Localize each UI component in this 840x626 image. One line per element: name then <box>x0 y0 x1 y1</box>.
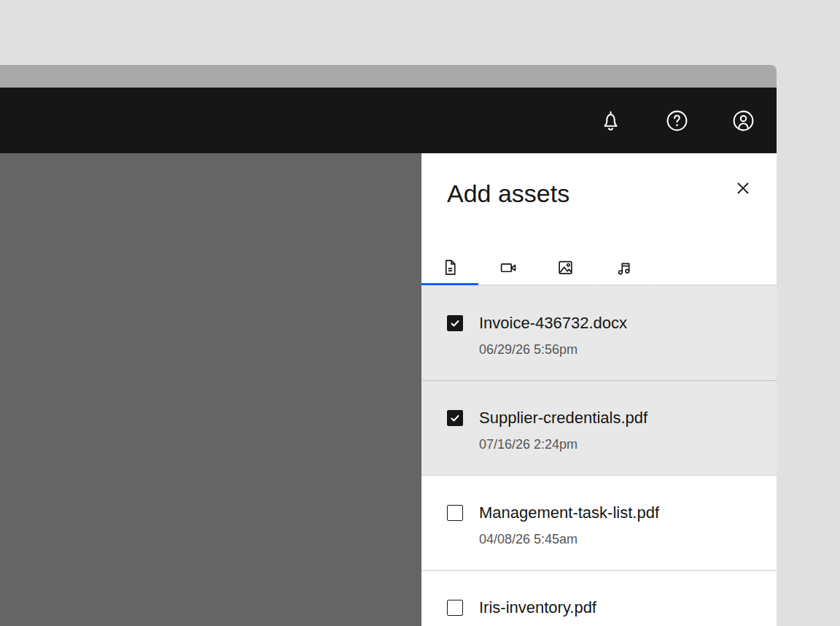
asset-meta: Supplier-credentials.pdf 07/16/26 2:24pm <box>479 409 648 475</box>
tab-documents[interactable] <box>421 252 478 285</box>
asset-meta: Invoice-436732.docx 06/29/26 5:56pm <box>479 314 627 380</box>
panel-header: Add assets <box>421 153 777 252</box>
app-header <box>0 88 777 153</box>
music-note-icon <box>614 258 632 277</box>
asset-date: 07/16/26 2:24pm <box>479 436 648 452</box>
app-window: Add assets <box>0 65 777 626</box>
close-button[interactable] <box>734 179 752 197</box>
asset-row[interactable]: Supplier-credentials.pdf 07/16/26 2:24pm <box>421 380 777 475</box>
add-assets-panel: Add assets <box>421 153 777 626</box>
asset-meta: Iris-inventory.pdf <box>479 599 596 626</box>
asset-date: 04/08/26 5:45am <box>479 531 659 547</box>
asset-name: Invoice-436732.docx <box>479 314 627 332</box>
image-icon <box>556 258 575 277</box>
asset-row[interactable]: Management-task-list.pdf 04/08/26 5:45am <box>421 475 777 570</box>
asset-row[interactable]: Iris-inventory.pdf <box>421 570 777 626</box>
header-actions <box>599 109 755 133</box>
tab-video[interactable] <box>479 252 536 285</box>
help-icon <box>665 109 689 133</box>
user-avatar-icon <box>731 109 755 133</box>
window-body: Add assets <box>0 153 777 626</box>
tab-audio[interactable] <box>594 252 651 285</box>
browser-titlebar <box>0 65 777 88</box>
checkbox-unchecked[interactable] <box>447 600 463 616</box>
account-button[interactable] <box>731 109 755 133</box>
checkbox-checked[interactable] <box>447 410 463 426</box>
notifications-button[interactable] <box>599 109 623 133</box>
tab-images[interactable] <box>537 252 594 285</box>
asset-row[interactable]: Invoice-436732.docx 06/29/26 5:56pm <box>421 285 777 380</box>
asset-name: Iris-inventory.pdf <box>479 599 596 617</box>
asset-list: Invoice-436732.docx 06/29/26 5:56pm Supp… <box>421 285 777 626</box>
tabs-filler <box>652 252 777 285</box>
video-camera-icon <box>499 258 517 277</box>
page-backdrop <box>0 153 421 626</box>
asset-name: Supplier-credentials.pdf <box>479 409 648 427</box>
checkbox-unchecked[interactable] <box>447 505 463 521</box>
checkbox-checked[interactable] <box>447 315 463 331</box>
close-icon <box>735 180 751 196</box>
help-button[interactable] <box>665 109 689 133</box>
asset-type-tabs <box>421 252 777 285</box>
document-icon <box>441 258 459 277</box>
panel-title: Add assets <box>447 179 569 208</box>
asset-date: 06/29/26 5:56pm <box>479 341 627 358</box>
bell-icon <box>599 109 623 133</box>
asset-meta: Management-task-list.pdf 04/08/26 5:45am <box>479 504 659 570</box>
screenshot-canvas: { "header": { "icons": [ { "name": "noti… <box>0 0 840 626</box>
asset-name: Management-task-list.pdf <box>479 504 659 522</box>
